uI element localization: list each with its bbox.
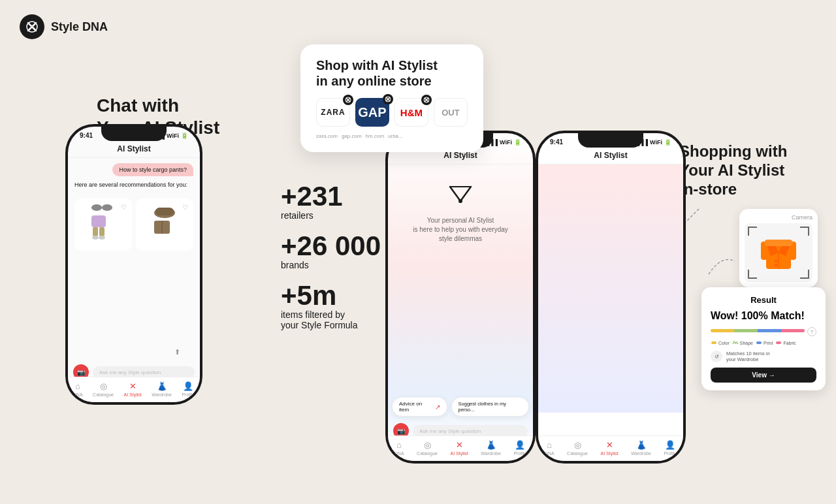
phone-left-header: AI Stylist xyxy=(68,142,200,158)
attr-shape: Shape xyxy=(732,340,753,345)
svg-rect-36 xyxy=(711,341,716,344)
svg-point-10 xyxy=(99,236,105,240)
recommendation-text: Here are several recommendations for you… xyxy=(74,181,193,188)
stats-area: +231 retailers +26 000 brands +5m items … xyxy=(281,183,381,342)
badge-zara xyxy=(343,95,353,105)
svg-rect-33 xyxy=(764,240,793,246)
phone-notch-left xyxy=(101,127,167,141)
brand-name: Style DNA xyxy=(51,20,108,34)
svg-rect-6 xyxy=(91,215,106,227)
nav-wardrobe-left[interactable]: 👗 Wardrobe xyxy=(152,381,171,397)
shop-logo-zara: ZARA xyxy=(316,98,350,127)
svg-point-34 xyxy=(775,260,777,262)
phone-mid: 9:41 ▐▐▐ WiFi 🔋 AI Stylist Your pe xyxy=(385,131,536,464)
brands-num: +26 000 xyxy=(281,232,381,260)
camera-image-area xyxy=(745,223,812,282)
advice-btn[interactable]: Advice on item ↗ xyxy=(392,397,447,417)
badge-gap xyxy=(383,94,393,104)
bottom-nav-left: ⌂ DNA ◎ Catalogue ✕ AI Stylist 👗 Wardrob… xyxy=(68,377,200,402)
svg-point-9 xyxy=(92,236,99,240)
nav-profile-left[interactable]: 👤 Profile xyxy=(182,381,195,397)
bottom-nav-right: ⌂ DNA ◎ Catalogue ✕ AI Stylist 👗 Wardrob… xyxy=(538,435,683,461)
color-bar xyxy=(711,329,805,332)
shop-logo-gap: GAP xyxy=(355,98,389,127)
result-matches: ↺ Matches 10 items in your Wardrobe xyxy=(711,351,816,362)
shop-logo-hm: H&M xyxy=(394,98,428,127)
nav-wardrobe-mid[interactable]: 👗 Wardrobe xyxy=(481,440,500,456)
nav-wardrobe-right[interactable]: 👗 Wardrobe xyxy=(631,440,651,456)
ai-logo xyxy=(447,184,474,208)
svg-rect-37 xyxy=(756,341,762,344)
bottom-nav-mid: ⌂ DNA ◎ Catalogue ✕ AI Stylist 👗 Wardrob… xyxy=(388,435,533,461)
product-grid: ♡ xyxy=(68,198,200,251)
phone-right: 9:41 ▐▐▐ WiFi 🔋 AI Stylist ⌂ DNA ◎ Catal… xyxy=(536,131,686,464)
result-card: Result Wow! 100% Match! ? Color Shape Pr… xyxy=(701,287,826,390)
chat-area: How to style cargo pants? Here are sever… xyxy=(68,158,200,198)
svg-rect-7 xyxy=(93,227,98,236)
svg-rect-12 xyxy=(155,208,174,215)
nav-catalogue-right[interactable]: ◎ Catalogue xyxy=(567,440,588,456)
corner-tr xyxy=(800,227,809,236)
nav-ai-stylist-left[interactable]: ✕ AI Stylist xyxy=(124,381,142,397)
camera-label: Camera xyxy=(745,214,812,221)
nav-dna-left[interactable]: ⌂ DNA xyxy=(73,381,83,397)
nav-profile-mid[interactable]: 👤 Profile xyxy=(513,440,526,456)
svg-line-26 xyxy=(460,187,471,201)
items-label: items filtered by your Style Formula xyxy=(281,309,381,330)
svg-line-25 xyxy=(450,187,460,201)
nav-dna-right[interactable]: ⌂ DNA xyxy=(545,440,555,456)
shop-card-title: Shop with AI Stylist in any online store xyxy=(316,57,468,89)
share-icon[interactable]: ⬆ xyxy=(174,348,180,356)
attr-print: Print xyxy=(756,340,773,345)
ai-welcome-text: Your personal AI Stylist is here to help… xyxy=(413,216,508,244)
corner-bl xyxy=(748,270,757,279)
camera-card: Camera xyxy=(739,209,818,287)
nav-ai-stylist-mid[interactable]: ✕ AI Stylist xyxy=(451,440,468,456)
corner-br xyxy=(800,270,809,279)
svg-point-4 xyxy=(102,204,112,211)
phone-left: 9:41 ▐▐▐ WiFi 🔋 AI Stylist How to style … xyxy=(65,124,202,405)
product-card-2[interactable]: ♡ xyxy=(136,198,193,251)
result-attributes: Color Shape Print Fabric xyxy=(711,340,816,345)
svg-rect-38 xyxy=(776,341,781,344)
nav-ai-stylist-right[interactable]: ✕ AI Stylist xyxy=(601,440,619,456)
refresh-icon: ↺ xyxy=(711,351,722,362)
attr-color: Color xyxy=(711,340,730,345)
attr-fabric: Fabric xyxy=(775,340,796,345)
help-icon[interactable]: ? xyxy=(807,327,816,336)
svg-point-28 xyxy=(458,199,462,203)
nav-catalogue-left[interactable]: ◎ Catalogue xyxy=(93,381,114,397)
ai-welcome: Your personal AI Stylist is here to help… xyxy=(388,165,533,244)
logo-area: Style DNA xyxy=(20,14,108,39)
shop-logo-more: OUT xyxy=(434,98,468,127)
chat-bubble: How to style cargo pants? xyxy=(112,163,193,176)
product-card-1[interactable]: ♡ xyxy=(74,198,132,251)
suggest-btn[interactable]: Suggest clothes in my perso... xyxy=(451,397,529,417)
brands-label: brands xyxy=(281,260,381,270)
action-btns: Advice on item ↗ Suggest clothes in my p… xyxy=(392,397,529,417)
color-bar-row: ? xyxy=(711,327,816,336)
phone-notch-right xyxy=(578,133,643,148)
result-title: Result xyxy=(711,295,816,305)
view-button[interactable]: View → xyxy=(711,368,816,383)
items-num: +5m xyxy=(281,282,381,309)
corner-tl xyxy=(748,227,757,236)
shop-card: Shop with AI Stylist in any online store… xyxy=(300,44,483,152)
phone-right-content xyxy=(538,165,683,413)
logo-icon xyxy=(20,14,44,39)
nav-catalogue-mid[interactable]: ◎ Catalogue xyxy=(417,440,438,456)
shop-logos: ZARA GAP H&M OUT xyxy=(316,98,468,127)
phone-right-header: AI Stylist xyxy=(538,148,683,165)
arrow-camera xyxy=(702,248,741,281)
nav-profile-right[interactable]: 👤 Profile xyxy=(664,440,677,456)
badge-hm xyxy=(421,95,432,105)
retailers-label: retailers xyxy=(281,210,381,221)
result-match: Wow! 100% Match! xyxy=(711,310,816,322)
svg-rect-8 xyxy=(99,227,104,236)
shop-domains: zara.com gap.com hm.com urba... xyxy=(316,133,468,139)
heart-icon-1[interactable]: ♡ xyxy=(121,204,127,211)
nav-dna-mid[interactable]: ⌂ DNA xyxy=(394,440,404,456)
retailers-num: +231 xyxy=(281,183,381,210)
heart-icon-2[interactable]: ♡ xyxy=(182,204,188,211)
svg-point-35 xyxy=(775,264,777,266)
